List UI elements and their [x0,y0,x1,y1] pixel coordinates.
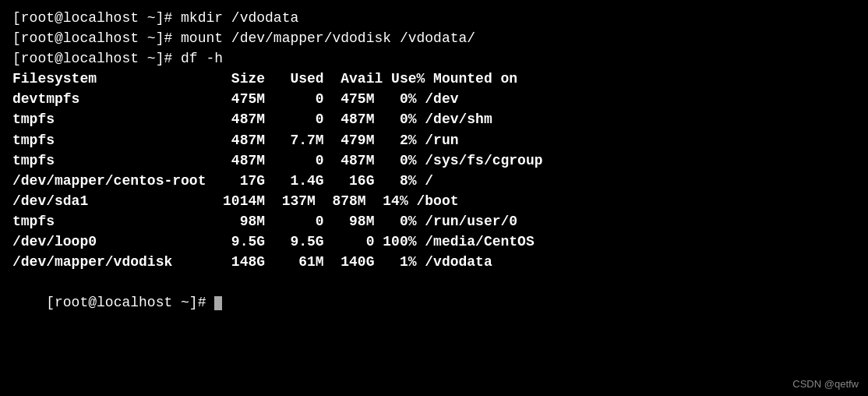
terminal-line-8: tmpfs 487M 0 487M 0% /sys/fs/cgroup [12,150,856,171]
prompt-text: [root@localhost ~]# [46,295,214,310]
terminal-line-12: /dev/loop0 9.5G 9.5G 0 100% /media/CentO… [12,232,856,252]
terminal-line-7: tmpfs 487M 7.7M 479M 2% /run [12,130,856,150]
terminal-line-1: [root@localhost ~]# mkdir /vdodata [12,8,856,28]
terminal-line-4: Filesystem Size Used Avail Use% Mounted … [12,69,856,89]
terminal-line-5: devtmpfs 475M 0 475M 0% /dev [12,89,856,109]
terminal-line-10: /dev/sda1 1014M 137M 878M 14% /boot [12,191,856,211]
terminal-line-3: [root@localhost ~]# df -h [12,48,856,69]
terminal-line-6: tmpfs 487M 0 487M 0% /dev/shm [12,109,856,129]
terminal-line-13: /dev/mapper/vdodisk 148G 61M 140G 1% /vd… [12,252,856,272]
terminal-window: [root@localhost ~]# mkdir /vdodata [root… [0,0,868,396]
terminal-line-11: tmpfs 98M 0 98M 0% /run/user/0 [12,211,856,232]
watermark-label: CSDN @qetfw [792,378,859,390]
terminal-line-14[interactable]: [root@localhost ~]# [12,272,856,333]
terminal-line-2: [root@localhost ~]# mount /dev/mapper/vd… [12,28,856,48]
cursor [214,296,222,310]
terminal-line-9: /dev/mapper/centos-root 17G 1.4G 16G 8% … [12,171,856,191]
